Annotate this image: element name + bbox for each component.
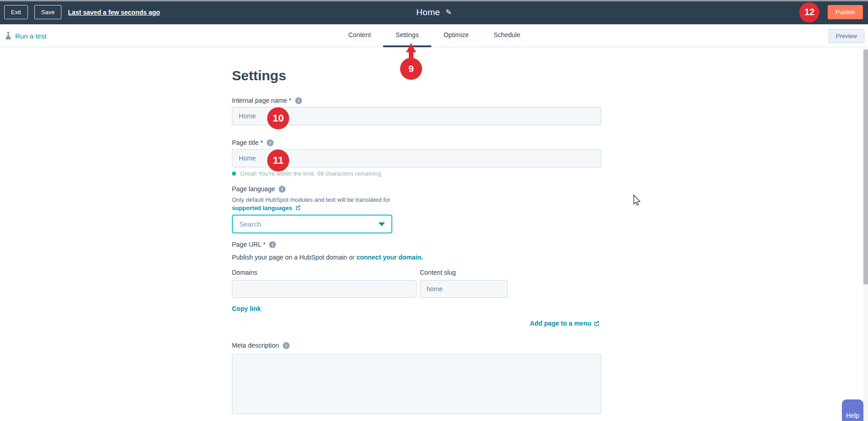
content-slug-input[interactable] [420,280,508,298]
add-page-to-menu-row: Add page to a menu [530,320,599,327]
tab-bar: Content Settings Optimize Schedule [336,24,533,47]
info-icon[interactable]: i [279,186,286,193]
info-icon[interactable]: i [283,342,290,349]
pencil-icon[interactable]: ✎ [445,8,451,17]
page-url-label: Page URL * [232,241,265,248]
flask-icon [5,32,12,40]
page-url-description-text: Publish your page on a HubSpot domain or [232,254,355,261]
meta-description-label: Meta description [232,342,279,349]
copy-link[interactable]: Copy link [232,305,261,312]
page-title-label: Page title * [232,139,263,146]
internal-page-name-label: Internal page name * [232,97,291,104]
info-icon[interactable]: i [295,97,302,104]
last-saved-link[interactable]: Last saved a few seconds ago [68,9,160,16]
page-language-select-value: Search [239,220,379,228]
domains-label: Domains [232,269,257,276]
mouse-cursor [631,194,643,207]
tab-optimize[interactable]: Optimize [431,24,481,47]
external-link-icon [296,205,301,210]
page-title-label-row: Page title * i [232,139,274,146]
scrollbar-track[interactable] [863,48,868,421]
page-title: Home [416,7,440,17]
top-action-bar: Exit Save Last saved a few seconds ago H… [0,0,868,24]
exit-button[interactable]: Exit [4,5,28,19]
scrollbar-thumb[interactable] [863,50,868,284]
page-url-label-row: Page URL * i [232,241,276,248]
title-validation-row: Great! You're within the limit. 66 chara… [232,170,381,177]
page-title-group: Home ✎ [416,0,451,24]
page-language-label-row: Page language i [232,185,286,193]
add-page-to-menu-link[interactable]: Add page to a menu [530,320,591,327]
preview-button[interactable]: Preview [829,29,864,43]
supported-languages-link[interactable]: supported languages [232,205,292,211]
page-language-label: Page language [232,185,275,193]
content-slug-label: Content slug [420,269,456,276]
annotation-badge-12: 12 [799,2,819,22]
save-button[interactable]: Save [34,5,62,19]
window-top-edge [0,0,868,1]
topbar-left-group: Exit Save Last saved a few seconds ago [0,5,160,19]
success-dot-icon [232,172,236,176]
title-validation-message: Great! You're within the limit. 66 chara… [240,170,381,177]
external-link-icon [594,321,599,326]
settings-heading: Settings [232,68,286,83]
page-language-help-text: Only default HubSpot modules and text wi… [232,196,390,203]
run-a-test-link[interactable]: Run a test [5,24,46,47]
hubspot-page-editor: { "topbar": { "exit_label": "Exit", "sav… [0,0,868,421]
annotation-badge-11: 11 [267,150,289,172]
domains-input[interactable] [232,280,417,298]
meta-description-textarea[interactable] [232,354,601,414]
run-a-test-label: Run a test [15,32,46,40]
info-icon[interactable]: i [269,241,276,248]
page-url-description: Publish your page on a HubSpot domain or… [232,254,423,261]
tab-content[interactable]: Content [336,24,383,47]
internal-page-name-label-row: Internal page name * i [232,97,302,104]
topbar-right-group: 12 Publish [799,0,863,24]
help-button[interactable]: Help [842,399,863,421]
tab-schedule[interactable]: Schedule [481,24,533,47]
supported-languages-row: supported languages [232,205,301,211]
meta-description-label-row: Meta description i [232,342,290,349]
chevron-down-icon [379,222,385,226]
page-language-select[interactable]: Search [232,215,392,233]
info-icon[interactable]: i [267,139,274,146]
annotation-badge-9: 9 [400,58,422,80]
editor-subnav: Run a test Content Settings Optimize Sch… [0,24,868,47]
connect-your-domain-link[interactable]: connect your domain. [357,254,423,261]
publish-button[interactable]: Publish [828,5,863,19]
annotation-badge-10: 10 [267,107,289,129]
